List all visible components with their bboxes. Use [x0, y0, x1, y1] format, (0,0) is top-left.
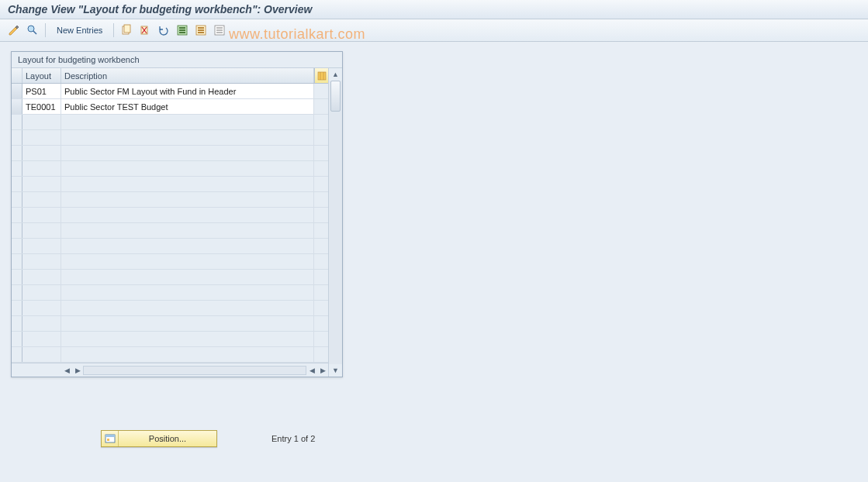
- select-block-icon[interactable]: [193, 22, 209, 38]
- position-button[interactable]: Position...: [101, 430, 217, 447]
- table-row[interactable]: [12, 223, 328, 239]
- new-entries-button[interactable]: New Entries: [50, 22, 109, 38]
- cell-description[interactable]: [61, 254, 314, 269]
- cell-layout[interactable]: [22, 285, 61, 300]
- table-settings-icon[interactable]: [314, 68, 328, 83]
- row-selector[interactable]: [12, 223, 22, 238]
- svg-rect-19: [318, 72, 326, 80]
- cell-description[interactable]: [61, 316, 314, 331]
- vertical-scrollbar[interactable]: ▲ ▼: [328, 68, 342, 377]
- cell-description[interactable]: [61, 208, 314, 222]
- cell-layout[interactable]: [22, 254, 61, 269]
- table-row[interactable]: [12, 130, 328, 146]
- row-selector[interactable]: [12, 254, 22, 269]
- table-row[interactable]: [12, 192, 328, 208]
- column-header-description[interactable]: Description: [61, 68, 314, 83]
- cell-description[interactable]: Public Sector FM Layout with Fund in Hea…: [61, 84, 314, 98]
- scroll-right-end-icon[interactable]: ▶: [317, 365, 328, 376]
- cell-layout[interactable]: [22, 316, 61, 331]
- table-row[interactable]: [12, 146, 328, 161]
- cell-layout[interactable]: TE0001: [22, 99, 61, 114]
- column-header-layout[interactable]: Layout: [22, 68, 61, 83]
- cell-layout[interactable]: PS01: [22, 84, 61, 98]
- table-row[interactable]: [12, 332, 328, 347]
- row-selector[interactable]: [12, 332, 22, 346]
- cell-layout[interactable]: [22, 192, 61, 207]
- cell-description[interactable]: [61, 177, 314, 191]
- table-row[interactable]: [12, 285, 328, 301]
- table-row[interactable]: [12, 115, 328, 130]
- table-row[interactable]: [12, 161, 328, 177]
- cell-description[interactable]: [61, 115, 314, 129]
- scroll-up-icon[interactable]: ▲: [329, 68, 342, 81]
- cell-layout[interactable]: [22, 161, 61, 176]
- cell-description[interactable]: [61, 285, 314, 300]
- table-row[interactable]: [12, 239, 328, 254]
- cell-layout[interactable]: [22, 332, 61, 346]
- table-row[interactable]: [12, 316, 328, 332]
- deselect-all-icon[interactable]: [212, 22, 227, 38]
- row-selector[interactable]: [12, 84, 22, 98]
- horizontal-scrollbar[interactable]: ◀ ▶ ◀ ▶: [12, 363, 328, 377]
- cell-layout[interactable]: [22, 239, 61, 253]
- find-icon[interactable]: [25, 22, 40, 38]
- row-selector[interactable]: [12, 161, 22, 176]
- cell-layout[interactable]: [22, 177, 61, 191]
- row-selector[interactable]: [12, 239, 22, 253]
- select-all-icon[interactable]: [175, 22, 190, 38]
- cell-layout[interactable]: [22, 270, 61, 284]
- cell-layout[interactable]: [22, 115, 61, 129]
- table-row[interactable]: [12, 301, 328, 316]
- change-display-icon[interactable]: [6, 22, 22, 38]
- vscroll-thumb[interactable]: [330, 81, 341, 112]
- cell-description[interactable]: [61, 270, 314, 284]
- cell-layout[interactable]: [22, 301, 61, 315]
- scroll-left-icon[interactable]: ◀: [61, 365, 72, 376]
- row-selector[interactable]: [12, 285, 22, 300]
- cell-description[interactable]: [61, 332, 314, 346]
- table-row[interactable]: [12, 270, 328, 285]
- cell-description[interactable]: [61, 146, 314, 160]
- cell-description[interactable]: [61, 301, 314, 315]
- copy-icon[interactable]: [119, 22, 134, 38]
- table-row[interactable]: [12, 208, 328, 223]
- scroll-left-end-icon[interactable]: ◀: [306, 365, 317, 376]
- row-selector[interactable]: [12, 99, 22, 114]
- cell-description[interactable]: [61, 192, 314, 207]
- table-row[interactable]: PS01Public Sector FM Layout with Fund in…: [12, 84, 328, 99]
- cell-description[interactable]: Public Sector TEST Budget: [61, 99, 314, 114]
- cell-layout[interactable]: [22, 146, 61, 160]
- row-selector[interactable]: [12, 270, 22, 284]
- svg-rect-3: [124, 25, 130, 33]
- cell-description[interactable]: [61, 223, 314, 238]
- row-selector[interactable]: [12, 130, 22, 145]
- select-all-header[interactable]: [12, 68, 22, 83]
- row-selector[interactable]: [12, 316, 22, 331]
- cell-description[interactable]: [61, 347, 314, 362]
- hscroll-track[interactable]: [83, 366, 306, 375]
- table-row[interactable]: [12, 347, 328, 363]
- row-selector[interactable]: [12, 115, 22, 129]
- table-row[interactable]: [12, 177, 328, 192]
- cell-layout[interactable]: [22, 347, 61, 362]
- delete-icon[interactable]: [137, 22, 153, 38]
- cell-layout[interactable]: [22, 130, 61, 145]
- row-selector[interactable]: [12, 208, 22, 222]
- row-selector[interactable]: [12, 177, 22, 191]
- cell-description[interactable]: [61, 130, 314, 145]
- scroll-right-icon[interactable]: ▶: [72, 365, 83, 376]
- row-selector[interactable]: [12, 347, 22, 362]
- cell-layout[interactable]: [22, 223, 61, 238]
- table-row[interactable]: [12, 254, 328, 270]
- table-row[interactable]: TE0001Public Sector TEST Budget: [12, 99, 328, 115]
- row-selector[interactable]: [12, 301, 22, 315]
- svg-line-1: [33, 31, 36, 34]
- row-selector[interactable]: [12, 146, 22, 160]
- undo-icon[interactable]: [156, 22, 171, 38]
- scroll-down-icon[interactable]: ▼: [329, 364, 342, 377]
- row-selector[interactable]: [12, 192, 22, 207]
- vscroll-track[interactable]: [329, 81, 342, 364]
- cell-layout[interactable]: [22, 208, 61, 222]
- cell-description[interactable]: [61, 161, 314, 176]
- cell-description[interactable]: [61, 239, 314, 253]
